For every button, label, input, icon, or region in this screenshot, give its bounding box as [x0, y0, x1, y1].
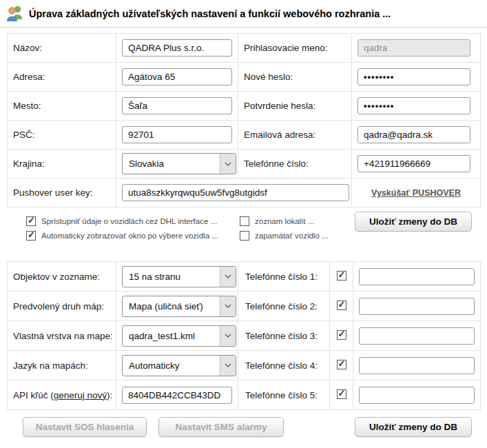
druh-map-select-value: Mapa (uličná sieť)	[123, 301, 220, 312]
vrstva-select-value: qadra_test1.kml	[123, 331, 220, 341]
prihlasovacie-meno-label: Prihlasovacie meno:	[238, 34, 352, 63]
table-row: Objektov v zozname: 15 na stranu Telefón…	[8, 262, 481, 292]
psc-input[interactable]	[122, 126, 232, 143]
jazyk-select-value: Automaticky	[123, 360, 220, 371]
telefon-1-input[interactable]	[359, 268, 475, 285]
page-header: Úprava základných užívateľských nastaven…	[0, 0, 487, 28]
telefon-3-input[interactable]	[359, 327, 475, 345]
display-settings-table: Objektov v zozname: 15 na stranu Telefón…	[7, 261, 481, 410]
jazyk-select[interactable]: Automaticky	[122, 355, 236, 376]
table-row: Jazyk na mapách: Automaticky Telefónne č…	[8, 351, 481, 380]
telefon-1-label: Telefónne číslo 1:	[238, 262, 330, 292]
telefon-label: Telefónne číslo:	[238, 150, 352, 179]
zapamatat-vozidlo-label: zapamätať vozidlo ...	[255, 232, 329, 240]
nove-heslo-input[interactable]	[358, 68, 470, 85]
telefon-4-input[interactable]	[359, 357, 475, 374]
nazov-input[interactable]	[122, 39, 232, 57]
table-row: Mesto: Potvrdenie hesla:	[8, 92, 481, 121]
krajina-label: Krajina:	[8, 150, 116, 179]
options-zone: Sprístupniť údaje o vozidlách cez DHL in…	[0, 207, 487, 256]
vrstva-select[interactable]: qadra_test1.kml	[122, 325, 236, 347]
user-settings-table: Názov: Prihlasovacie meno: Adresa: Nové …	[7, 33, 481, 207]
krajina-select-value: Slovakia	[123, 159, 220, 169]
jazyk-label: Jazyk na mapách:	[8, 351, 116, 380]
psc-label: PSČ:	[8, 121, 116, 150]
auto-okno-checkbox[interactable]	[26, 231, 36, 241]
telefon-input[interactable]	[358, 155, 470, 172]
telefon-4-checkbox[interactable]	[337, 360, 346, 369]
zapamatat-vozidlo-checkbox[interactable]	[240, 231, 249, 241]
telefon-5-checkbox[interactable]	[337, 389, 346, 399]
telefon-2-checkbox[interactable]	[337, 301, 346, 310]
telefon-2-input[interactable]	[359, 298, 475, 315]
sos-button[interactable]: Nastavit SOS hlasenia	[23, 417, 147, 437]
email-label: Emailová adresa:	[238, 121, 352, 150]
telefon-3-checkbox[interactable]	[337, 330, 346, 340]
save-db-button-top[interactable]: Uložiť zmeny do DB	[355, 212, 472, 232]
api-kluc-label: API kľúč (generuj nový):	[8, 380, 116, 410]
save-db-button-bottom[interactable]: Uložiť zmeny do DB	[355, 417, 472, 437]
krajina-select[interactable]: Slovakia	[122, 153, 236, 174]
mesto-input[interactable]	[122, 97, 232, 114]
table-row: Názov: Prihlasovacie meno:	[8, 34, 481, 63]
chevron-down-icon	[220, 267, 236, 287]
chevron-down-icon	[220, 154, 236, 174]
nove-heslo-label: Nové heslo:	[238, 63, 352, 92]
mesto-label: Mesto:	[8, 92, 116, 121]
potvrdenie-hesla-label: Potvrdenie hesla:	[238, 92, 352, 121]
chevron-down-icon	[220, 296, 236, 316]
dhl-interface-label: Sprístupniť údaje o vozidlách cez DHL in…	[41, 217, 217, 225]
vrstva-label: Vlastná vrstva na mape:	[8, 321, 116, 351]
table-row: Adresa: Nové heslo:	[8, 63, 481, 92]
telefon-4-label: Telefónne číslo 4:	[238, 351, 330, 380]
zoznam-lokalit-checkbox[interactable]	[240, 216, 249, 226]
sms-button[interactable]: Nastavit SMS alarmy	[158, 417, 284, 437]
users-icon	[6, 4, 24, 23]
table-row: Predvolený druh máp: Mapa (uličná sieť) …	[8, 292, 481, 321]
pushover-test-link[interactable]: Vyskúšať PUSHOVER	[371, 188, 461, 198]
adresa-label: Adresa:	[8, 63, 116, 92]
prihlasovacie-meno-input	[358, 39, 470, 57]
dhl-interface-checkbox[interactable]	[26, 216, 36, 226]
objektov-label: Objektov v zozname:	[8, 262, 116, 292]
chevron-down-icon	[220, 326, 236, 346]
auto-okno-label: Automaticky zobrazovať okno po výbere vo…	[41, 232, 218, 240]
telefon-3-label: Telefónne číslo 3:	[238, 321, 330, 351]
adresa-input[interactable]	[122, 68, 232, 85]
footer-actions: Nastavit SOS hlasenia Nastavit SMS alarm…	[23, 417, 480, 437]
page-title: Úprava základných užívateľských nastaven…	[29, 8, 391, 19]
telefon-5-label: Telefónne číslo 5:	[238, 380, 330, 410]
table-row: Pushover user key: Vyskúšať PUSHOVER	[8, 179, 481, 207]
pushover-key-input[interactable]	[122, 184, 349, 201]
generuj-novy-link[interactable]: generuj nový	[54, 390, 107, 400]
zoznam-lokalit-label: zoznam lokalít ...	[255, 217, 314, 225]
email-input[interactable]	[358, 126, 470, 143]
potvrdenie-hesla-input[interactable]	[358, 97, 470, 114]
druh-map-select[interactable]: Mapa (uličná sieť)	[122, 296, 236, 317]
table-row: API kľúč (generuj nový): Telefónne číslo…	[8, 380, 481, 410]
table-row: Vlastná vrstva na mape: qadra_test1.kml …	[8, 321, 481, 351]
pushover-key-label: Pushover user key:	[8, 179, 116, 207]
telefon-5-input[interactable]	[359, 387, 475, 404]
telefon-2-label: Telefónne číslo 2:	[238, 292, 330, 321]
chevron-down-icon	[220, 356, 236, 376]
telefon-1-checkbox[interactable]	[337, 271, 346, 281]
objektov-select-value: 15 na stranu	[123, 272, 220, 282]
druh-map-label: Predvolený druh máp:	[8, 292, 116, 321]
table-row: Krajina: Slovakia Telefónne číslo:	[8, 150, 481, 179]
table-row: PSČ: Emailová adresa:	[8, 121, 481, 150]
objektov-select[interactable]: 15 na stranu	[122, 266, 236, 287]
nazov-label: Názov:	[8, 34, 116, 63]
api-kluc-input[interactable]	[122, 387, 232, 404]
